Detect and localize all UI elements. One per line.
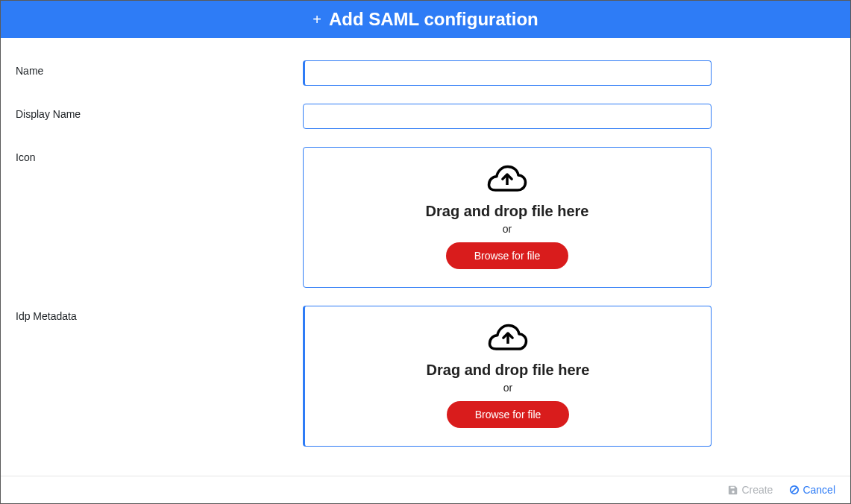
cloud-upload-icon — [486, 164, 528, 195]
icon-dropzone[interactable]: Drag and drop file here or Browse for fi… — [303, 147, 712, 288]
row-idp-metadata: Idp Metadata Drag and drop file here or … — [16, 306, 835, 447]
row-name: Name — [16, 60, 835, 86]
create-label: Create — [741, 484, 773, 496]
modal-footer: Create Cancel — [1, 476, 850, 503]
modal-title: Add SAML configuration — [329, 9, 538, 30]
cloud-upload-icon — [487, 323, 529, 354]
dropzone-or: or — [503, 223, 512, 235]
display-name-input[interactable] — [303, 104, 712, 129]
form-body: Name Display Name Icon Drag and drop fil… — [1, 38, 850, 447]
create-button[interactable]: Create — [728, 484, 773, 496]
dropzone-or: or — [503, 382, 512, 394]
label-icon: Icon — [16, 147, 303, 163]
browse-file-button[interactable]: Browse for file — [447, 401, 570, 428]
cancel-label: Cancel — [803, 484, 835, 496]
svg-line-3 — [792, 488, 797, 492]
name-input[interactable] — [303, 60, 712, 86]
label-display-name: Display Name — [16, 104, 303, 120]
dropzone-title: Drag and drop file here — [426, 203, 589, 220]
cancel-icon — [789, 485, 800, 495]
row-icon: Icon Drag and drop file here or Browse f… — [16, 147, 835, 288]
cancel-button[interactable]: Cancel — [789, 484, 835, 496]
save-icon — [728, 485, 738, 495]
idp-metadata-dropzone[interactable]: Drag and drop file here or Browse for fi… — [303, 306, 712, 447]
row-display-name: Display Name — [16, 104, 835, 129]
label-name: Name — [16, 60, 303, 77]
browse-file-button[interactable]: Browse for file — [446, 242, 569, 269]
dropzone-title: Drag and drop file here — [427, 362, 590, 379]
label-idp-metadata: Idp Metadata — [16, 306, 303, 322]
plus-icon: + — [313, 11, 321, 28]
modal-header: + Add SAML configuration — [1, 1, 850, 38]
